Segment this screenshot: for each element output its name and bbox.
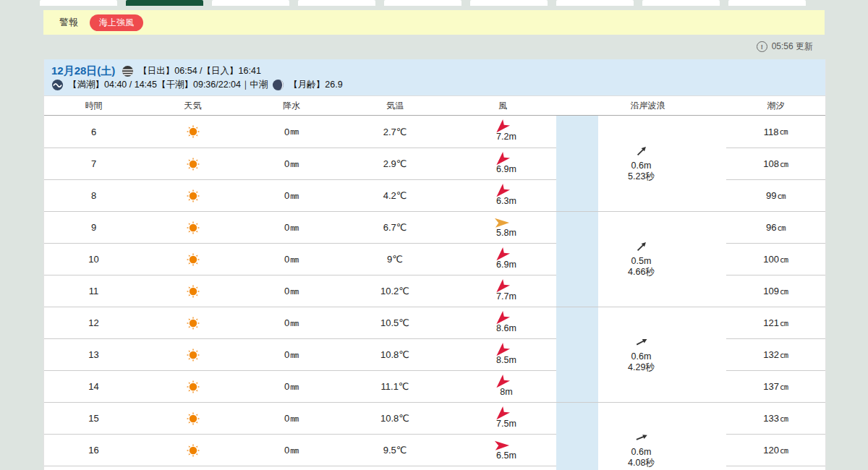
update-time: 05:56 更新 <box>772 40 813 53</box>
wave-cell <box>598 211 726 243</box>
tab[interactable] <box>728 0 806 6</box>
alert-badge-sea-strong-wind[interactable]: 海上強風 <box>90 14 143 31</box>
tab[interactable] <box>212 0 289 6</box>
tide-cell: 108cm <box>726 148 825 179</box>
table-row: 6 0mm <box>44 116 825 148</box>
wave-cell: 0.5m 4.66秒 <box>598 243 726 275</box>
wave-direction-arrow-icon <box>635 145 648 158</box>
hour-cell: 14 <box>44 370 143 402</box>
sun-icon <box>186 124 200 139</box>
tide-cell: 99cm <box>726 179 825 211</box>
wave-height-strip <box>556 211 598 243</box>
wave-height-strip <box>556 148 598 179</box>
tab[interactable] <box>40 0 117 6</box>
sun-icon <box>186 380 200 394</box>
sun-icon <box>186 411 200 426</box>
wave-cell: 0.6m 4.29秒 <box>598 338 726 370</box>
col-header-wind: 風 <box>449 100 556 112</box>
precipitation-cell: 0mm <box>242 402 341 434</box>
forecast-card: 12月28日(土) 【日出】06:54 /【日入】16:41 【満潮】 <box>43 59 826 470</box>
wave-icon <box>51 79 64 91</box>
weather-cell <box>143 466 242 470</box>
weather-cell <box>143 370 242 402</box>
weather-cell <box>143 338 242 370</box>
weather-cell <box>143 179 242 211</box>
table-row: 15 0mm <box>44 402 825 434</box>
hour-cell: 8 <box>44 179 143 211</box>
temperature-cell: 2.7℃ <box>341 116 449 148</box>
page-date: 12月28日(土) <box>51 64 115 78</box>
tab[interactable] <box>298 0 375 6</box>
precipitation-cell: 0mm <box>242 275 341 307</box>
wave-height-strip <box>556 243 598 275</box>
sun-icon <box>186 316 200 330</box>
wind-speed: 6.5m <box>496 450 516 461</box>
hour-cell: 7 <box>44 148 143 179</box>
sun-icon <box>186 443 200 458</box>
temperature-cell: 10.2℃ <box>341 275 449 307</box>
precipitation-cell: 0mm <box>242 307 341 338</box>
col-header-coastal-waves: 沿岸波浪 <box>556 100 726 112</box>
wave-height-strip <box>556 466 598 470</box>
alert-banner: 警報 海上強風 <box>43 10 825 35</box>
wave-height-strip <box>556 338 598 370</box>
wave-height-strip <box>556 370 598 402</box>
hour-cell: 11 <box>44 275 143 307</box>
col-header-temperature: 気温 <box>341 100 449 112</box>
hour-cell: 12 <box>44 307 143 338</box>
wave-height: 0.5m <box>598 256 684 267</box>
wave-direction-arrow-icon <box>633 429 650 446</box>
tab[interactable] <box>556 0 634 6</box>
tide-info: 【満潮】04:40 / 14:45【干潮】09:36/22:04｜中潮 <box>68 79 268 91</box>
sun-icon <box>186 348 200 362</box>
col-header-weather: 天気 <box>143 100 242 112</box>
tide-cell: 109cm <box>726 275 825 307</box>
wave-direction-arrow-icon <box>633 334 649 350</box>
wave-group-info: 0.6m 5.23秒 <box>598 145 684 182</box>
table-row: 14 0mm <box>44 370 825 402</box>
tide-cell: 118cm <box>726 116 825 148</box>
hour-cell: 10 <box>44 243 143 275</box>
sun-icon <box>186 284 200 299</box>
sun-icon <box>186 157 200 171</box>
temperature-cell: 2.9℃ <box>341 148 449 179</box>
tab[interactable] <box>642 0 720 6</box>
temperature-cell: 4.2℃ <box>341 179 449 211</box>
sun-icon <box>186 221 200 235</box>
table-row: 10 0mm <box>44 243 825 275</box>
wind-cell: 6.9m <box>449 148 556 179</box>
table-header: 時間 天気 降水 気温 風 沿岸波浪 潮汐 <box>44 95 825 116</box>
tide-cell: 137cm <box>726 370 825 402</box>
wind-speed: 5.8m <box>496 228 516 238</box>
temperature-cell <box>341 466 449 470</box>
table-row: 13 0mm <box>44 338 825 370</box>
date-header: 12月28日(土) 【日出】06:54 /【日入】16:41 【満潮】 <box>44 59 825 95</box>
wind-cell: 6.3m <box>449 179 556 211</box>
weather-cell <box>143 434 242 466</box>
wind-cell: 7.5m <box>449 402 556 434</box>
precipitation-cell: 0mm <box>242 370 341 402</box>
precipitation-cell: 0mm <box>242 148 341 179</box>
wind-direction-icon <box>493 218 510 228</box>
tab-active[interactable] <box>126 0 203 6</box>
wave-height-strip <box>556 434 598 466</box>
wind-cell: 7.2m <box>449 116 556 148</box>
table-row: 7 0mm <box>44 148 825 179</box>
wave-height-strip <box>556 402 598 434</box>
wave-cell <box>598 179 726 211</box>
tide-cell: 121cm <box>726 307 825 338</box>
precipitation-cell <box>242 466 341 470</box>
wave-height: 0.6m <box>598 447 684 458</box>
wave-group-info: 0.6m 4.08秒 <box>598 431 684 469</box>
tide-cell: 132cm <box>726 338 825 370</box>
tab[interactable] <box>470 0 548 6</box>
temperature-cell: 6.7℃ <box>341 211 449 243</box>
forecast-rows: 6 0mm <box>44 116 825 470</box>
tab[interactable] <box>384 0 461 6</box>
table-row: 9 0mm <box>44 211 825 243</box>
wind-cell: 7.7m <box>449 275 556 307</box>
sunrise-sunset-info: 【日出】06:54 /【日入】16:41 <box>138 65 261 77</box>
tide-cell: 120cm <box>726 434 825 466</box>
alert-circle-icon: ! <box>757 41 767 52</box>
moon-icon <box>272 79 284 91</box>
